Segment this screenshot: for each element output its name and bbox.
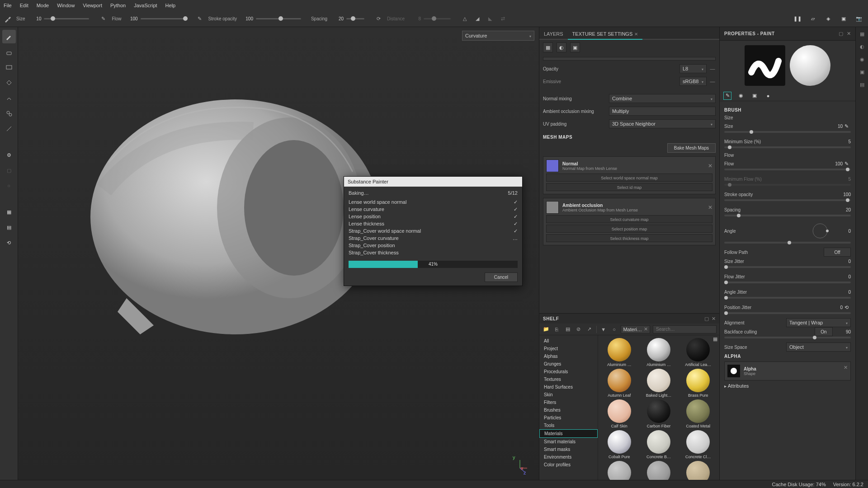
prop-size-slider[interactable] (724, 131, 851, 133)
angle-jitter-slider[interactable] (724, 297, 851, 299)
clone-tool[interactable] (2, 107, 16, 120)
shelf-cat-materials[interactable]: Materials (539, 429, 598, 438)
material-item[interactable]: Brass Pure (680, 369, 717, 398)
angle-dial[interactable] (807, 222, 833, 240)
position-jitter-reset-icon[interactable]: ⟲ (844, 305, 851, 310)
opacity-delete[interactable]: — (709, 66, 716, 71)
prop-flow-slider[interactable] (724, 169, 851, 170)
select-thickness-map[interactable]: Select thickness map (546, 234, 712, 242)
menu-help[interactable]: Help (165, 3, 176, 8)
symmetry-icon[interactable]: △ (461, 15, 469, 23)
emissive-delete[interactable]: — (709, 79, 716, 84)
menu-viewport[interactable]: Viewport (83, 3, 102, 8)
shelf-cat-skin[interactable]: Skin (539, 391, 598, 399)
select-curvature-map[interactable]: Select curvature map (546, 215, 712, 223)
library-icon[interactable]: ▤ (2, 221, 16, 234)
cancel-button[interactable]: Cancel (485, 272, 518, 282)
menu-window[interactable]: Window (57, 3, 75, 8)
material-item[interactable]: Aluminium … (640, 338, 677, 367)
select-world-normal[interactable]: Select world space normal map (546, 174, 712, 182)
resource-icon[interactable]: ▦ (2, 205, 16, 219)
flow-pressure-icon[interactable]: ✎ (844, 161, 851, 167)
alpha-resource[interactable]: Alpha Shape ✕ (724, 361, 851, 380)
material-item[interactable]: Autumn Leaf (601, 369, 637, 398)
tab-layers[interactable]: LAYERS (539, 29, 568, 39)
shelf-cat-tools[interactable]: Tools (539, 422, 598, 429)
properties-close-icon[interactable]: ✕ (847, 31, 851, 37)
shelf-cat-hard-surfaces[interactable]: Hard Surfaces (539, 383, 598, 391)
menu-python[interactable]: Python (110, 3, 126, 8)
shelf-cat-particles[interactable]: Particles (539, 414, 598, 422)
grid-view-icon[interactable]: ▦ (713, 336, 717, 342)
shelf-cat-alphas[interactable]: Alphas (539, 352, 598, 360)
shelf-cat-project[interactable]: Project (539, 345, 598, 352)
shelf-cat-filters[interactable]: Filters (539, 399, 598, 406)
material-item[interactable]: Aluminium … (601, 338, 637, 367)
alignment-dropdown[interactable]: Tangent | Wrap (786, 318, 851, 327)
stencil-tab-icon[interactable]: ▣ (750, 92, 759, 100)
material-tab-icon[interactable]: ● (764, 92, 772, 100)
alpha-clear-icon[interactable]: ✕ (844, 365, 848, 371)
render-icon[interactable]: 📷 (854, 14, 864, 24)
ts-icon-3[interactable]: ▣ (570, 42, 580, 52)
shelf-filter-tag[interactable]: Materi…✕ (621, 325, 650, 333)
opacity-format-dropdown[interactable]: L8 (679, 64, 707, 73)
brush-picker-icon[interactable] (4, 15, 12, 23)
material-item[interactable]: Concrete S… (640, 461, 677, 480)
dock-icon-2[interactable]: ◐ (858, 42, 866, 51)
material-item[interactable]: Baked Light… (640, 369, 677, 398)
menu-file[interactable]: File (4, 3, 12, 8)
eraser-tool[interactable] (2, 45, 16, 59)
size-slider[interactable] (44, 18, 89, 19)
shelf-cat-environments[interactable]: Environments (539, 453, 598, 461)
bake-mesh-maps-button[interactable]: Bake Mesh Maps (667, 143, 716, 153)
dock-icon-5[interactable]: ▤ (858, 80, 866, 89)
size-space-dropdown[interactable]: Object (786, 343, 851, 352)
normal-mixing-dropdown[interactable]: Combine (609, 94, 716, 103)
settings-icon[interactable]: ⚙ (2, 148, 16, 162)
close-icon[interactable]: ✕ (634, 32, 638, 37)
map-remove-icon[interactable]: ✕ (708, 163, 712, 169)
backface-toggle[interactable]: On (815, 327, 833, 336)
menu-edit[interactable]: Edit (20, 3, 28, 8)
mirror-icon[interactable]: ◢ (473, 15, 481, 23)
position-jitter-slider[interactable] (724, 312, 851, 314)
dock-icon-4[interactable]: ▣ (858, 68, 866, 76)
material-item[interactable]: Concrete Cl… (680, 430, 717, 459)
shelf-export-icon[interactable]: ↗ (585, 325, 594, 333)
shelf-hide-icon[interactable]: ⊘ (575, 325, 583, 333)
shelf-cat-all[interactable]: All (539, 337, 598, 345)
material-item[interactable]: Concrete B… (640, 430, 677, 459)
channel-dropdown[interactable]: Curvature (462, 31, 534, 41)
cube-icon[interactable]: ◈ (823, 14, 834, 24)
material-item[interactable]: Calf Skin (601, 399, 637, 428)
properties-dock-icon[interactable]: ▢ (839, 31, 843, 37)
prop-spacing-slider[interactable] (724, 215, 851, 216)
follow-path-toggle[interactable]: Off (824, 248, 851, 257)
select-position-map[interactable]: Select position map (546, 225, 712, 233)
projection-tool[interactable] (2, 61, 16, 74)
shelf-import-icon[interactable]: ⎘ (553, 325, 561, 333)
smudge-tool[interactable] (2, 91, 16, 105)
shelf-cat-grunges[interactable]: Grunges (539, 360, 598, 368)
pen-pressure-flow-icon[interactable]: ✎ (196, 15, 204, 23)
ao-mixing-dropdown[interactable]: Multiply (609, 107, 716, 116)
flow-jitter-slider[interactable] (724, 282, 851, 283)
shelf-search-input[interactable] (653, 325, 717, 333)
prop-stroke-op-slider[interactable] (724, 199, 851, 201)
paint-tool[interactable] (2, 30, 16, 43)
select-id-map[interactable]: Select id map (546, 183, 712, 191)
menu-javascript[interactable]: JavaScript (134, 3, 157, 8)
ts-icon-1[interactable]: ▦ (543, 42, 553, 52)
material-item[interactable]: Coated Metal (680, 399, 717, 428)
shelf-search-scope-icon[interactable]: ○ (610, 325, 618, 333)
spacing-slider[interactable] (346, 18, 364, 19)
shelf-library-icon[interactable]: ▤ (564, 325, 572, 333)
shelf-dock-icon[interactable]: ▢ (704, 316, 709, 322)
size-pressure-icon[interactable]: ✎ (844, 123, 851, 129)
filter-clear-icon[interactable]: ✕ (644, 326, 648, 332)
refresh-icon[interactable]: ⟲ (2, 236, 16, 249)
menu-mode[interactable]: Mode (37, 3, 49, 8)
shelf-cat-smart-materials[interactable]: Smart materials (539, 438, 598, 446)
material-item[interactable]: Carbon Fiber (640, 399, 677, 428)
